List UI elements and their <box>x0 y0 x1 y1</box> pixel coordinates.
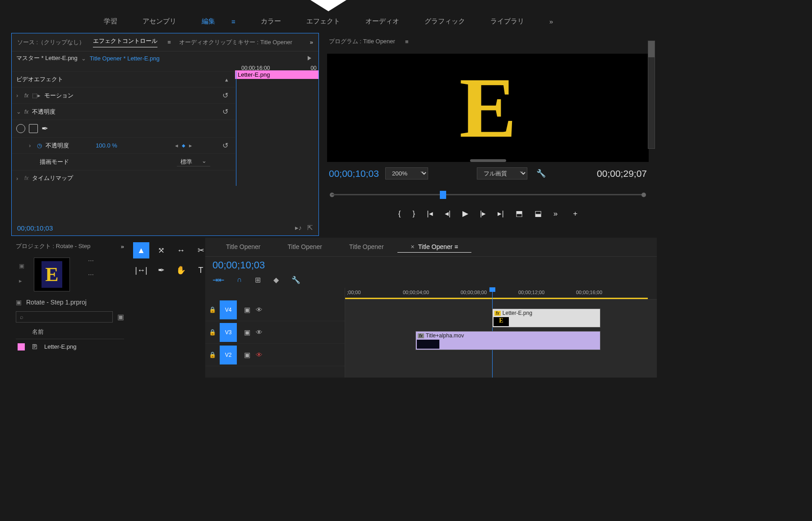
mark-out-icon[interactable]: } <box>412 209 415 218</box>
column-name[interactable]: 名前 <box>16 325 124 339</box>
program-monitor[interactable]: E <box>327 54 649 162</box>
rect-mask-icon[interactable] <box>29 124 38 133</box>
selection-tool-icon[interactable]: ▲ <box>133 242 149 258</box>
play-icon[interactable]: ▶ <box>462 209 468 218</box>
camera-icon[interactable]: ▣ <box>19 263 24 269</box>
more-icon[interactable]: ⋯ <box>88 257 95 264</box>
linked-sel-icon[interactable]: ⊞ <box>255 276 261 284</box>
opacity-label[interactable]: 不透明度 <box>32 108 55 116</box>
chevron-down-icon[interactable]: ⌄ <box>81 55 86 62</box>
timeline-tab[interactable]: Title Opener <box>336 241 397 253</box>
scrub-end-icon[interactable] <box>641 193 646 197</box>
pen-mask-icon[interactable]: ✒ <box>42 124 48 134</box>
marker-icon[interactable]: ◆ <box>273 276 279 284</box>
reset-icon[interactable]: ↺ <box>222 91 228 100</box>
ws-audio[interactable]: オーディオ <box>353 14 412 29</box>
settings-icon[interactable]: 🔧 <box>291 276 300 284</box>
next-key-icon[interactable]: ▸ <box>189 142 192 149</box>
lock-icon[interactable]: 🔒 <box>209 306 216 313</box>
time-remap-label[interactable]: タイムリマップ <box>32 174 73 182</box>
close-tab-icon[interactable]: × <box>411 243 415 250</box>
panel-menu-icon[interactable]: ≡ <box>405 38 409 45</box>
track-v4[interactable]: V4 <box>220 300 237 319</box>
bin-item[interactable]: 🖹 Letter-E.png <box>16 339 124 354</box>
mark-in-icon[interactable]: { <box>398 209 401 218</box>
toggle-output-icon[interactable]: ▣ <box>244 351 250 359</box>
scrub-track[interactable] <box>332 194 644 195</box>
prev-key-icon[interactable]: ◂ <box>175 142 178 149</box>
timeline-tab[interactable]: Title Opener <box>212 241 274 253</box>
ws-overflow-icon[interactable]: » <box>537 14 566 29</box>
lock-icon[interactable]: 🔒 <box>209 351 216 358</box>
search-input[interactable] <box>16 311 113 323</box>
go-out-icon[interactable]: ▸| <box>498 209 503 218</box>
pen-tool-icon[interactable]: ✒ <box>153 262 169 278</box>
timeline-tab[interactable]: Title Opener <box>274 241 336 253</box>
scroll-handle[interactable] <box>648 41 655 57</box>
toggle-output-icon[interactable]: ▣ <box>244 306 250 314</box>
track-select-tool-icon[interactable]: ⤧ <box>153 242 169 258</box>
panel-overflow-icon[interactable]: » <box>121 243 124 250</box>
ripple-tool-icon[interactable]: ↔ <box>173 242 189 258</box>
motion-label[interactable]: モーション <box>44 92 74 100</box>
audio-mixer-tab[interactable]: オーディオクリップミキサー : Title Opener <box>179 38 292 46</box>
program-tab[interactable]: プログラム : Title Opener <box>329 37 395 46</box>
blend-mode-select[interactable]: 標準 <box>177 157 210 166</box>
ec-clip-bar[interactable]: Letter-E.png <box>235 70 318 79</box>
zoom-select[interactable]: 200% <box>385 167 428 180</box>
magnet-icon[interactable]: ∩ <box>237 276 242 284</box>
eye-icon[interactable]: 👁 <box>256 328 263 337</box>
ws-learn[interactable]: 学習 <box>91 14 130 29</box>
expand-icon[interactable]: › <box>16 175 21 182</box>
monitor-scroll-handle[interactable] <box>470 159 506 162</box>
collapse-icon[interactable]: ⌄ <box>16 108 21 115</box>
quality-select[interactable]: フル画質 <box>477 167 527 180</box>
lock-icon[interactable]: 🔒 <box>209 329 216 336</box>
play-thumb-icon[interactable]: ▸ <box>19 277 24 284</box>
master-clip-label[interactable]: マスター * Letter-E.png <box>16 54 78 62</box>
toggle-output-icon[interactable]: ▣ <box>244 328 250 337</box>
more-icon[interactable]: ⋯ <box>88 271 95 278</box>
track-v2[interactable]: V2 <box>220 346 237 364</box>
step-fwd-icon[interactable]: |▸ <box>480 209 486 218</box>
hand-tool-icon[interactable]: ✋ <box>173 262 189 278</box>
add-button-icon[interactable]: + <box>573 209 577 218</box>
vertical-scrollbar[interactable] <box>648 41 655 149</box>
eye-icon[interactable]: 👁 <box>256 306 263 314</box>
timeline-timecode[interactable]: 00;00;10;03 <box>212 259 265 271</box>
panel-menu-icon[interactable]: ≡ <box>167 39 171 46</box>
project-thumbnail[interactable]: ▣▸ E ⋯⋯ <box>34 258 70 291</box>
overflow-icon[interactable]: » <box>554 209 558 218</box>
ws-library[interactable]: ライブラリ <box>478 14 537 29</box>
track-v3[interactable]: V3 <box>220 323 237 342</box>
add-key-icon[interactable]: ◆ <box>182 143 185 148</box>
timeline-ruler[interactable]: ;00;00 00;00;04;00 00;00;08;00 00;00;12;… <box>345 288 657 300</box>
ws-menu-icon[interactable]: ≡ <box>219 14 248 29</box>
panel-overflow-icon[interactable]: » <box>310 39 313 46</box>
effect-controls-tab[interactable]: エフェクトコントロール <box>93 37 157 47</box>
sequence-clip-label[interactable]: Title Opener * Letter-E.png <box>90 55 160 62</box>
ellipse-mask-icon[interactable] <box>16 124 25 133</box>
reset-icon[interactable]: ↺ <box>222 141 228 150</box>
opacity-prop-label[interactable]: 不透明度 <box>46 142 69 150</box>
expand-icon[interactable]: › <box>16 92 21 99</box>
step-back-icon[interactable]: ◂| <box>445 209 451 218</box>
eye-off-icon[interactable]: 👁 <box>256 351 263 359</box>
program-tc-in[interactable]: 00;00;10;03 <box>329 168 379 179</box>
reset-icon[interactable]: ↺ <box>222 107 228 116</box>
go-in-icon[interactable]: |◂ <box>427 209 433 218</box>
export-frame-icon[interactable]: ⇱ <box>307 224 313 232</box>
lift-icon[interactable]: ⬒ <box>516 209 523 218</box>
ws-color[interactable]: カラー <box>248 14 294 29</box>
ec-playhead[interactable] <box>236 71 236 186</box>
scrub-handle[interactable] <box>440 191 446 199</box>
snap-icon[interactable]: ⇥⇤ <box>212 276 224 284</box>
expand-icon[interactable]: › <box>29 142 33 149</box>
stopwatch-icon[interactable]: ◷ <box>37 142 42 149</box>
bin-icon[interactable]: ▣ <box>117 313 124 321</box>
clip-letter-e[interactable]: fxLetter-E.pngE <box>492 309 600 327</box>
timeline-content[interactable]: ;00;00 00;00;04;00 00;00;08;00 00;00;12;… <box>345 288 657 378</box>
settings-icon[interactable]: 🔧 <box>536 169 546 178</box>
opacity-value[interactable]: 100.0 % <box>96 142 117 149</box>
slip-tool-icon[interactable]: |↔| <box>133 262 149 278</box>
